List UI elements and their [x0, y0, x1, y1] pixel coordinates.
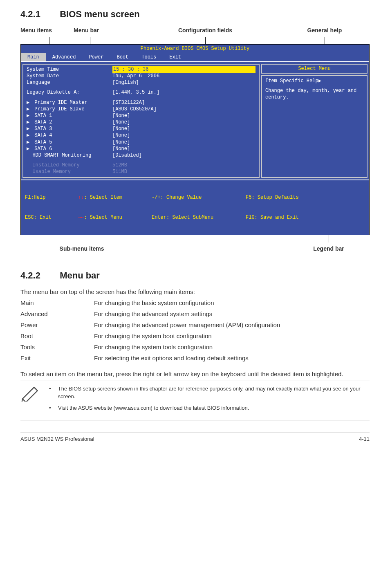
value-usable-memory: 511MB [112, 168, 256, 175]
bios-help-text: Change the day, month, year and century. [265, 88, 363, 101]
note-text-2: Visit the ASUS website (www.asus.com) to… [58, 404, 249, 412]
label-sata3: SATA 3 [34, 126, 52, 132]
label-sub-menu-items: Sub-menu items [20, 235, 143, 253]
note-item-1: •The BIOS setup screens shown in this ch… [49, 385, 370, 400]
row-hdd-smart[interactable]: HDD SMART Monitoring [Disabled] [27, 152, 256, 159]
value-system-date: Thu, Apr 6 2006 [112, 73, 256, 79]
row-sata6[interactable]: ▶ SATA 6 [None] [27, 146, 256, 152]
row-pri-master[interactable]: ▶ Primary IDE Master [ST321122A] [27, 99, 256, 106]
caret-icon: ▶ [27, 126, 31, 132]
legend-select-menu: : Select Menu [84, 215, 122, 220]
legend-f1: F1:Help [25, 195, 45, 200]
desc-label-exit: Exit [20, 354, 94, 362]
row-system-date[interactable]: System Date Thu, Apr 6 2006 [27, 73, 256, 79]
desc-row-exit: Exit For selecting the exit options and … [20, 354, 370, 362]
note-item-2: •Visit the ASUS website (www.asus.com) t… [49, 404, 370, 412]
caret-icon: ▶ [27, 139, 31, 146]
bios-menu-bar: Main Advanced Power Boot Tools Exit [21, 53, 369, 61]
value-pri-master: [ST321122A] [112, 99, 256, 106]
label-pri-master: Primary IDE Master [34, 100, 87, 105]
row-legacy-diskette[interactable]: Legacy Diskette A: [1.44M, 3.5 in.] [27, 89, 256, 96]
row-sata1[interactable]: ▶ SATA 1 [None] [27, 112, 256, 119]
label-sata1: SATA 1 [34, 113, 52, 119]
value-installed-memory: 512MB [112, 162, 256, 168]
value-legacy-diskette: [1.44M, 3.5 in.] [112, 89, 256, 96]
menu-bar-description-table: Main For changing the basic system confi… [20, 298, 370, 362]
desc-label-boot: Boot [20, 332, 94, 340]
footer-left: ASUS M2N32 WS Professional [20, 435, 94, 443]
label-menu-bar: Menu bar [74, 27, 131, 45]
desc-label-advanced: Advanced [20, 310, 94, 318]
desc-val-advanced: For changing the advanced system setting… [94, 310, 370, 318]
label-sata5: SATA 5 [34, 139, 52, 145]
heading-422-title: Menu bar [60, 270, 100, 281]
label-pri-slave: Primary IDE Slave [34, 106, 84, 112]
bios-left-panel: System Time 15 : 30 : 36 System Date Thu… [22, 64, 260, 178]
bios-select-menu-title: Select Menu [261, 64, 368, 74]
value-sata2: [None] [112, 119, 256, 126]
value-sata5: [None] [112, 139, 256, 146]
left-right-arrow-icon: →← [78, 215, 84, 220]
note-text-1: The BIOS setup screens shown in this cha… [58, 385, 370, 400]
caret-icon: ▶ [27, 119, 31, 126]
bios-item-specific-help-label: Item Specific Help▶ [265, 78, 363, 84]
figure-top-labels: Menu items Menu bar Configuration fields… [20, 27, 370, 45]
tab-main[interactable]: Main [21, 53, 46, 61]
desc-row-boot: Boot For changing the system boot config… [20, 332, 370, 340]
label-sata2: SATA 2 [34, 119, 52, 125]
value-sata1: [None] [112, 112, 256, 119]
menu-bar-intro: The menu bar on top of the screen has th… [20, 287, 370, 296]
caret-icon: ▶ [27, 106, 31, 112]
label-config-fields: Configuration fields [131, 27, 280, 45]
row-sata2[interactable]: ▶ SATA 2 [None] [27, 119, 256, 126]
desc-row-main: Main For changing the basic system confi… [20, 298, 370, 307]
bios-legend-bar: F1:Help ESC: Exit ↑↓: Select Item →←: Se… [21, 180, 369, 235]
tab-exit[interactable]: Exit [163, 53, 188, 61]
label-sata6: SATA 6 [34, 146, 52, 152]
legend-f10: F10: Save and Exit [246, 215, 299, 220]
row-system-time[interactable]: System Time 15 : 30 : 36 [27, 66, 256, 73]
heading-421-num: 4.2.1 [20, 8, 57, 21]
desc-row-advanced: Advanced For changing the advanced syste… [20, 310, 370, 318]
heading-422-num: 4.2.2 [20, 269, 57, 282]
desc-row-tools: Tools For changing the system tools conf… [20, 343, 370, 351]
label-legacy-diskette: Legacy Diskette A: [27, 89, 112, 96]
legend-f5: F5: Setup Defaults [246, 195, 299, 200]
tab-power[interactable]: Power [82, 53, 110, 61]
label-system-time: System Time [27, 66, 112, 73]
value-sata3: [None] [112, 126, 256, 132]
row-language[interactable]: Language [English] [27, 79, 256, 86]
heading-421-title: BIOS menu screen [60, 9, 140, 19]
bios-right-panel: Select Menu Item Specific Help▶ Change t… [261, 64, 368, 178]
label-general-help: General help [280, 27, 370, 45]
row-sata3[interactable]: ▶ SATA 3 [None] [27, 126, 256, 132]
row-sata5[interactable]: ▶ SATA 5 [None] [27, 139, 256, 146]
pencil-icon [20, 385, 41, 404]
legend-change-value: -/+: Change Value [152, 195, 202, 200]
figure-bottom-labels: Sub-menu items Legend bar [20, 235, 370, 253]
row-sata4[interactable]: ▶ SATA 4 [None] [27, 132, 256, 139]
tab-tools[interactable]: Tools [135, 53, 163, 61]
value-hdd-smart: [Disabled] [112, 152, 256, 159]
caret-icon: ▶ [27, 99, 31, 106]
value-system-time: 15 : 30 : 36 [112, 66, 256, 73]
bios-annotated-figure: Menu items Menu bar Configuration fields… [20, 27, 370, 253]
row-pri-slave[interactable]: ▶ Primary IDE Slave [ASUS CDS520/A] [27, 106, 256, 112]
bios-window: Phoenix-Award BIOS CMOS Setup Utility Ma… [20, 44, 370, 235]
tab-advanced[interactable]: Advanced [46, 53, 83, 61]
caret-icon: ▶ [27, 112, 31, 119]
footer-right: 4-11 [359, 435, 370, 443]
heading-421: 4.2.1 BIOS menu screen [20, 8, 370, 21]
label-legend-bar: Legend bar [288, 235, 370, 253]
tab-boot[interactable]: Boot [110, 53, 135, 61]
right-arrow-icon: ▶ [318, 78, 321, 84]
label-installed-memory: Installed Memory [32, 162, 79, 168]
value-language: [English] [112, 79, 256, 86]
label-menu-items: Menu items [20, 27, 74, 45]
desc-row-power: Power For changing the advanced power ma… [20, 321, 370, 329]
label-usable-memory: Usable Memory [32, 169, 71, 175]
up-down-arrow-icon: ↑↓ [78, 195, 84, 200]
label-system-date: System Date [27, 73, 112, 79]
page-footer: ASUS M2N32 WS Professional 4-11 [20, 433, 370, 443]
value-sata6: [None] [112, 146, 256, 152]
